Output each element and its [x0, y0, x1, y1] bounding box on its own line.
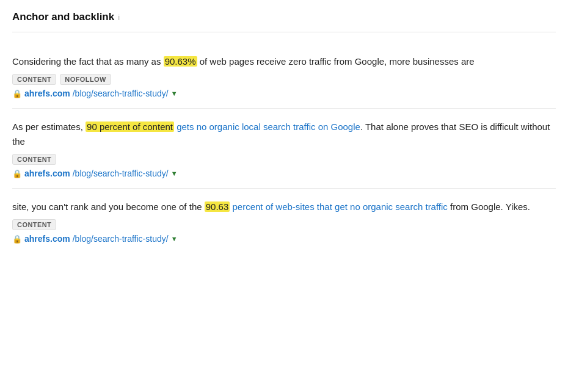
page-container: Anchor and backlink i Considering the fa…	[0, 0, 568, 266]
tag-content-2: CONTENT	[12, 154, 56, 165]
info-icon[interactable]: i	[118, 13, 120, 22]
text-before-3: site, you can't rank and you become one …	[12, 201, 205, 212]
text-after-3: from Google. Yikes.	[448, 201, 530, 212]
tag-nofollow-1: NOFOLLOW	[60, 74, 111, 85]
page-title: Anchor and backlink	[12, 11, 114, 23]
tag-content-3: CONTENT	[12, 219, 56, 230]
highlight-3: 90.63	[205, 201, 230, 212]
page-title-row: Anchor and backlink i	[12, 11, 556, 32]
result-text-3: site, you can't rank and you become one …	[12, 200, 556, 214]
url-path-3[interactable]: /blog/search-traffic-study/	[73, 234, 169, 244]
lock-icon-1: 🔒	[12, 89, 22, 98]
result-item: Considering the fact that as many as 90.…	[12, 43, 556, 109]
text-after-1: of web pages receive zero traffic from G…	[197, 56, 475, 67]
url-row-1: 🔒 ahrefs.com/blog/search-traffic-study/ …	[12, 89, 556, 98]
link-after-highlight-3[interactable]: percent of web-sites that get no organic…	[230, 201, 448, 212]
results-list: Considering the fact that as many as 90.…	[12, 43, 556, 253]
highlight-1: 90.63%	[164, 56, 197, 67]
lock-icon-2: 🔒	[12, 169, 22, 178]
tags-row-2: CONTENT	[12, 154, 556, 165]
result-item-2: As per estimates, 90 percent of content …	[12, 109, 556, 189]
result-item-3: site, you can't rank and you become one …	[12, 189, 556, 253]
dropdown-arrow-3[interactable]: ▼	[171, 235, 178, 242]
url-path-1[interactable]: /blog/search-traffic-study/	[73, 89, 169, 98]
dropdown-arrow-1[interactable]: ▼	[171, 90, 178, 97]
tags-row-3: CONTENT	[12, 219, 556, 230]
text-before-1: Considering the fact that as many as	[12, 56, 164, 67]
url-domain-2[interactable]: ahrefs.com	[24, 169, 70, 178]
url-domain-1[interactable]: ahrefs.com	[24, 89, 70, 98]
text-before-2: As per estimates,	[12, 122, 86, 132]
link-after-highlight-2[interactable]: gets no organic local search traffic on …	[174, 122, 360, 132]
result-text-2: As per estimates, 90 percent of content …	[12, 120, 556, 149]
url-row-2: 🔒 ahrefs.com/blog/search-traffic-study/ …	[12, 169, 556, 178]
dropdown-arrow-2[interactable]: ▼	[171, 170, 178, 177]
tags-row-1: CONTENT NOFOLLOW	[12, 74, 556, 85]
result-text-1: Considering the fact that as many as 90.…	[12, 54, 556, 69]
url-row-3: 🔒 ahrefs.com/blog/search-traffic-study/ …	[12, 234, 556, 244]
tag-content-1: CONTENT	[12, 74, 56, 85]
lock-icon-3: 🔒	[12, 234, 22, 244]
url-domain-3[interactable]: ahrefs.com	[24, 234, 70, 244]
highlight-2: 90 percent of content	[86, 122, 174, 132]
url-path-2[interactable]: /blog/search-traffic-study/	[73, 169, 169, 178]
